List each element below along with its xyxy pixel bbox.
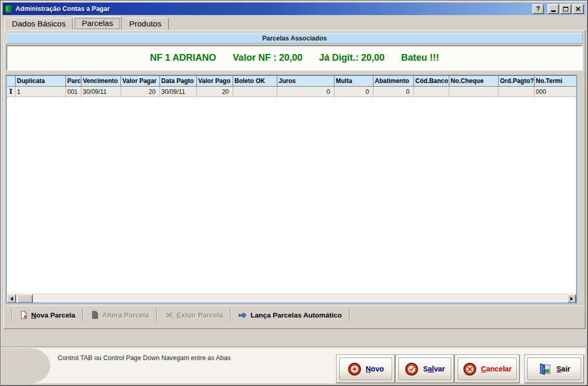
scrollbar-thumb[interactable] <box>17 294 33 303</box>
cell-boleto-ok[interactable] <box>233 87 277 97</box>
nova-parcela-label: Nova Parcela <box>31 311 75 319</box>
col-ord-pagto[interactable]: Ord.Pagto? <box>498 76 534 87</box>
tab-parcelas[interactable]: Parcelas <box>73 16 122 30</box>
cell-no-cheque[interactable] <box>449 87 498 97</box>
sair-panel: Sair <box>524 354 584 383</box>
salvar-label: Salvar <box>423 365 445 373</box>
exluir-parcela-button[interactable]: Exluir Parcela <box>160 309 228 321</box>
arrow-left-icon <box>8 297 13 301</box>
associados-title: Parcelas Associados <box>262 35 327 42</box>
col-indicator <box>7 76 15 87</box>
toolbar-separator <box>349 308 350 322</box>
cancelar-button[interactable]: Cancelar <box>458 357 517 380</box>
check-circle-icon <box>405 362 419 376</box>
cell-cod-banco[interactable] <box>413 87 449 97</box>
col-juros[interactable]: Juros <box>277 76 334 87</box>
col-duplicata[interactable]: Duplicata <box>15 76 65 87</box>
window-icon[interactable] <box>4 5 13 13</box>
col-parc[interactable]: Parc <box>65 76 81 87</box>
close-icon: ✕ <box>576 6 581 12</box>
novo-panel: Novo <box>336 354 395 383</box>
exluir-parcela-label: Exluir Parcela <box>177 311 223 319</box>
col-no-termi[interactable]: No.Termi <box>534 76 576 87</box>
col-vencimento[interactable]: Vencimento <box>81 76 121 87</box>
novo-button[interactable]: Novo <box>339 357 392 380</box>
cell-duplicata[interactable]: 1 <box>15 87 65 97</box>
minimize-button[interactable] <box>547 4 559 14</box>
nf-number: NF 1 ADRIANO <box>150 52 216 63</box>
cell-vencimento[interactable]: 30/09/11 <box>81 87 121 97</box>
row-edit-indicator-icon: I <box>7 87 15 97</box>
delete-x-icon <box>165 311 173 319</box>
cancel-circle-icon <box>463 362 477 376</box>
titlebar: Administração Contas a Pagar ? ✕ <box>3 3 585 15</box>
col-cod-banco[interactable]: Cód.Banco <box>413 76 449 87</box>
minimize-icon <box>551 10 556 12</box>
novo-label: Novo <box>366 365 384 373</box>
status-hint: Control TAB ou Control Page Down Navegam… <box>58 354 231 362</box>
bottom-divider <box>1 347 587 348</box>
col-abatimento[interactable]: Abatimento <box>373 76 413 87</box>
grid-header-row: Duplicata Parc Vencimento Valor Pagar Da… <box>7 76 576 87</box>
nf-ja-digitado: Já Digit.: 20,00 <box>319 52 384 63</box>
scroll-left-button[interactable] <box>7 294 16 303</box>
plus-circle-icon <box>348 362 362 376</box>
parcelas-grid: Duplicata Parc Vencimento Valor Pagar Da… <box>6 75 577 304</box>
corner-decoration <box>3 348 50 383</box>
tab-strip: Dados Básicos Parcelas Produtos <box>4 16 584 30</box>
associados-header: Parcelas Associados <box>6 33 583 44</box>
toolbar-separator <box>156 308 157 322</box>
horizontal-scrollbar[interactable] <box>7 294 576 302</box>
col-data-pagto[interactable]: Data Pagto <box>159 76 196 87</box>
toolbar-separator <box>11 308 12 322</box>
cell-valor-pago[interactable]: 20 <box>196 87 233 97</box>
edit-parcel-icon <box>91 311 99 319</box>
window-title: Administração Contas a Pagar <box>16 5 532 12</box>
cell-data-pagto[interactable]: 30/09/11 <box>159 87 196 97</box>
tab-produtos[interactable]: Produtos <box>122 18 169 30</box>
cell-multa[interactable]: 0 <box>334 87 373 97</box>
altera-parcela-label: Altera Parcela <box>102 311 149 319</box>
sair-label: Sair <box>556 365 570 373</box>
cell-parc[interactable]: 001 <box>65 87 81 97</box>
bottom-bar: Control TAB ou Control Page Down Navegam… <box>3 348 585 383</box>
tab-dados-basicos[interactable]: Dados Básicos <box>5 18 73 30</box>
cell-ord-pagto[interactable] <box>498 87 534 97</box>
scroll-right-button[interactable] <box>567 294 576 303</box>
close-button[interactable]: ✕ <box>572 4 584 14</box>
salvar-panel: Salvar <box>395 354 455 383</box>
salvar-button[interactable]: Salvar <box>398 357 451 380</box>
col-valor-pago[interactable]: Valor Pago <box>196 76 233 87</box>
help-button[interactable]: ? <box>532 4 544 14</box>
maximize-icon <box>563 7 568 11</box>
parcelas-tab-page: Parcelas Associados NF 1 ADRIANO Valor N… <box>4 30 585 329</box>
sair-button[interactable]: Sair <box>527 357 581 380</box>
table-row[interactable]: I 1 001 30/09/11 20 30/09/11 20 0 0 0 <box>7 87 576 97</box>
exit-door-icon <box>538 362 552 376</box>
parcel-toolbar: Nova Parcela Altera Parcela <box>6 306 583 324</box>
altera-parcela-button[interactable]: Altera Parcela <box>86 309 154 321</box>
new-parcel-icon <box>20 311 28 319</box>
col-boleto-ok[interactable]: Boleto OK <box>233 76 277 87</box>
toolbar-separator <box>83 308 84 322</box>
cancelar-label: Cancelar <box>481 365 512 373</box>
col-valor-pagar[interactable]: Valor Pagar <box>121 76 159 87</box>
nf-summary: NF 1 ADRIANO Valor NF : 20,00 Já Digit.:… <box>6 45 583 71</box>
lanca-parcelas-automatico-button[interactable]: Lança Parcelas Automático <box>234 309 346 321</box>
cell-no-termi[interactable]: 000 <box>534 87 576 97</box>
maximize-button[interactable] <box>560 4 571 14</box>
lanca-parcelas-label: Lança Parcelas Automático <box>250 311 342 319</box>
app-window: Administração Contas a Pagar ? ✕ Dados B… <box>0 0 588 386</box>
toolbar-separator <box>230 308 231 322</box>
nova-parcela-button[interactable]: Nova Parcela <box>15 309 80 321</box>
arrow-right-icon <box>570 297 575 301</box>
cell-valor-pagar[interactable]: 20 <box>121 87 159 97</box>
action-buttons: Novo Salvar <box>336 354 584 383</box>
launch-arrow-icon <box>238 311 247 320</box>
cancelar-panel: Cancelar <box>455 354 520 383</box>
cell-abatimento[interactable]: 0 <box>373 87 413 97</box>
col-multa[interactable]: Multa <box>334 76 373 87</box>
cell-juros[interactable]: 0 <box>277 87 334 97</box>
col-no-cheque[interactable]: No.Cheque <box>449 76 498 87</box>
nf-valor: Valor NF : 20,00 <box>233 52 302 63</box>
